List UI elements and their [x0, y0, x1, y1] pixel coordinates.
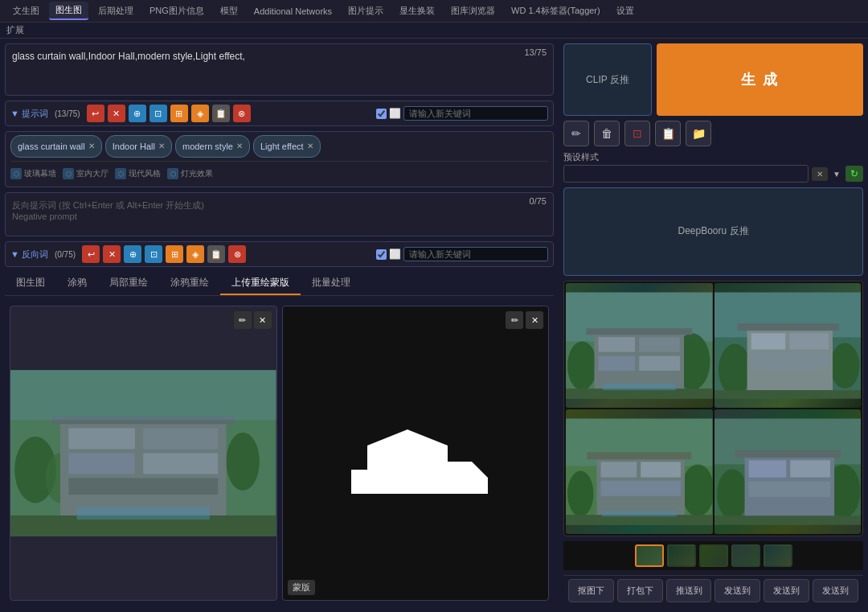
generated-image-3[interactable] — [566, 409, 713, 534]
tag-close-light[interactable]: ✕ — [307, 142, 313, 150]
negative-checkbox[interactable] — [376, 249, 387, 260]
negative-toggle-icon: ⬜ — [389, 248, 401, 260]
svg-rect-37 — [751, 354, 828, 370]
keyword-input-negative[interactable] — [403, 247, 548, 261]
generate-button[interactable]: 生 成 — [657, 43, 863, 116]
nav-tab-gallery[interactable]: 图库浏览器 — [444, 2, 502, 19]
action-cancel-btn[interactable]: ⊡ — [624, 121, 650, 146]
action-edit-btn[interactable]: ✏ — [563, 121, 589, 146]
nav-tab-settings[interactable]: 设置 — [610, 2, 641, 19]
generated-image-2[interactable] — [714, 283, 862, 408]
thumb-3[interactable] — [699, 544, 728, 567]
negative-counter: 0/75 — [530, 196, 547, 206]
nav-tab-imgprompt[interactable]: 图片提示 — [342, 2, 390, 19]
action-btn-cutdown[interactable]: 抠图下 — [568, 579, 614, 602]
thumb-2[interactable] — [667, 544, 696, 567]
svg-rect-48 — [587, 452, 691, 459]
deepbooru-box[interactable]: DeepBooru 反推 — [563, 187, 863, 276]
prompt-btn-1[interactable]: ↩ — [87, 105, 104, 122]
generated-image-4[interactable] — [714, 409, 862, 534]
clip-label: CLIP 反推 — [586, 73, 629, 87]
nav-tab-tagger[interactable]: WD 1.4标签器(Tagger) — [505, 2, 607, 19]
nav-tab-postprocess[interactable]: 后期处理 — [92, 2, 140, 19]
gen-img-svg-3 — [566, 409, 713, 534]
neg-btn-7[interactable]: 📋 — [207, 245, 225, 263]
tag-sub-indoor: ⬡ 室内大厅 — [63, 168, 108, 179]
nav-tab-img2img[interactable]: 图生图 — [49, 2, 88, 20]
tag-close-glass[interactable]: ✕ — [88, 142, 95, 150]
prompt-btn-4[interactable]: ⊡ — [149, 105, 167, 122]
svg-rect-45 — [601, 462, 637, 477]
neg-btn-3[interactable]: ⊕ — [124, 245, 141, 263]
tag-close-indoor[interactable]: ✕ — [158, 142, 165, 150]
tag-sub-icon-indoor: ⬡ — [63, 168, 74, 179]
svg-rect-46 — [641, 462, 681, 477]
prompt-checkbox[interactable] — [376, 109, 387, 119]
preset-input[interactable] — [563, 165, 809, 183]
neg-btn-4[interactable]: ⊡ — [145, 245, 162, 263]
preset-clear-btn[interactable]: ✕ — [812, 167, 828, 181]
prompt-btn-7[interactable]: 📋 — [212, 105, 230, 122]
tab-sketch[interactable]: 涂鸦 — [56, 272, 98, 295]
action-btn-push[interactable]: 推送到 — [666, 579, 712, 602]
tab-upload-mask[interactable]: 上传重绘蒙版 — [220, 272, 301, 295]
prompt-btn-3[interactable]: ⊕ — [129, 105, 146, 122]
negative-placeholder[interactable]: 反向提示词 (按 Ctrl+Enter 或 Alt+Enter 开始生成) Ne… — [6, 193, 553, 228]
positive-prompt-textarea[interactable]: glass curtain wall,Indoor Hall,modern st… — [6, 44, 553, 92]
nav-tab-tryon[interactable]: 显生换装 — [393, 2, 441, 19]
neg-btn-1[interactable]: ↩ — [82, 245, 100, 263]
generated-image-1[interactable] — [566, 283, 713, 408]
svg-point-33 — [829, 343, 859, 388]
svg-rect-47 — [601, 481, 681, 496]
action-btn-send3[interactable]: 发送到 — [813, 579, 858, 602]
action-btn-send1[interactable]: 发送到 — [714, 579, 760, 602]
tag-glass[interactable]: glass curtain wall ✕ — [10, 135, 102, 158]
tab-batch[interactable]: 批量处理 — [301, 272, 362, 295]
action-btn-pack[interactable]: 打包下 — [617, 579, 663, 602]
mask-edit-btn[interactable]: ✏ — [506, 311, 523, 329]
neg-btn-6[interactable]: ◈ — [186, 245, 204, 263]
expand-label[interactable]: 扩展 — [6, 25, 24, 35]
tag-indoor[interactable]: Indoor Hall ✕ — [105, 135, 172, 158]
thumb-5[interactable] — [764, 544, 792, 567]
preset-refresh-btn[interactable]: ↻ — [845, 166, 863, 182]
tag-light[interactable]: Light effect ✕ — [253, 135, 321, 158]
neg-btn-5[interactable]: ⊞ — [166, 245, 183, 263]
action-delete-btn[interactable]: 🗑 — [594, 121, 620, 146]
neg-btn-8[interactable]: ⊗ — [228, 245, 246, 263]
prompt-btn-5[interactable]: ⊞ — [170, 105, 188, 122]
prompt-btn-8[interactable]: ⊗ — [233, 105, 251, 122]
architecture-image — [10, 306, 276, 600]
nav-tab-png-info[interactable]: PNG图片信息 — [143, 2, 211, 19]
action-btn-send2[interactable]: 发送到 — [764, 579, 809, 602]
clip-box[interactable]: CLIP 反推 — [563, 43, 652, 116]
svg-point-42 — [567, 470, 593, 516]
thumb-4[interactable] — [731, 544, 760, 567]
prompt-btn-6[interactable]: ◈ — [191, 105, 209, 122]
tab-sketch-inpaint[interactable]: 涂鸦重绘 — [159, 272, 220, 295]
svg-rect-25 — [599, 356, 636, 371]
nav-tab-txt2img[interactable]: 文生图 — [6, 2, 46, 19]
svg-rect-58 — [748, 482, 829, 497]
expand-row: 扩展 — [0, 23, 868, 39]
action-copy-btn[interactable]: 📋 — [655, 121, 681, 146]
keyword-input-positive[interactable] — [403, 106, 548, 121]
tab-img2img[interactable]: 图生图 — [5, 272, 56, 295]
prompt-btn-2[interactable]: ✕ — [108, 105, 125, 122]
tab-inpaint[interactable]: 局部重绘 — [98, 272, 159, 295]
neg-btn-2[interactable]: ✕ — [103, 245, 121, 263]
svg-rect-59 — [735, 450, 841, 458]
action-folder-btn[interactable]: 📁 — [686, 121, 711, 146]
svg-point-2 — [227, 433, 260, 491]
tag-modern[interactable]: modern style ✕ — [175, 135, 250, 158]
tag-sub-glass: ⬡ 玻璃幕墙 — [10, 168, 56, 179]
mask-close-btn[interactable]: ✕ — [526, 311, 543, 329]
prompt-counter: 13/75 — [524, 47, 547, 57]
thumb-1[interactable] — [635, 544, 664, 567]
svg-point-20 — [567, 341, 597, 390]
gen-img-svg-1 — [566, 283, 713, 408]
positive-prompt-container: 13/75 glass curtain wall,Indoor Hall,mod… — [5, 43, 554, 96]
nav-tab-model[interactable]: 模型 — [214, 2, 244, 19]
tag-close-modern[interactable]: ✕ — [236, 142, 243, 150]
nav-tab-additional[interactable]: Additional Networks — [248, 4, 338, 18]
